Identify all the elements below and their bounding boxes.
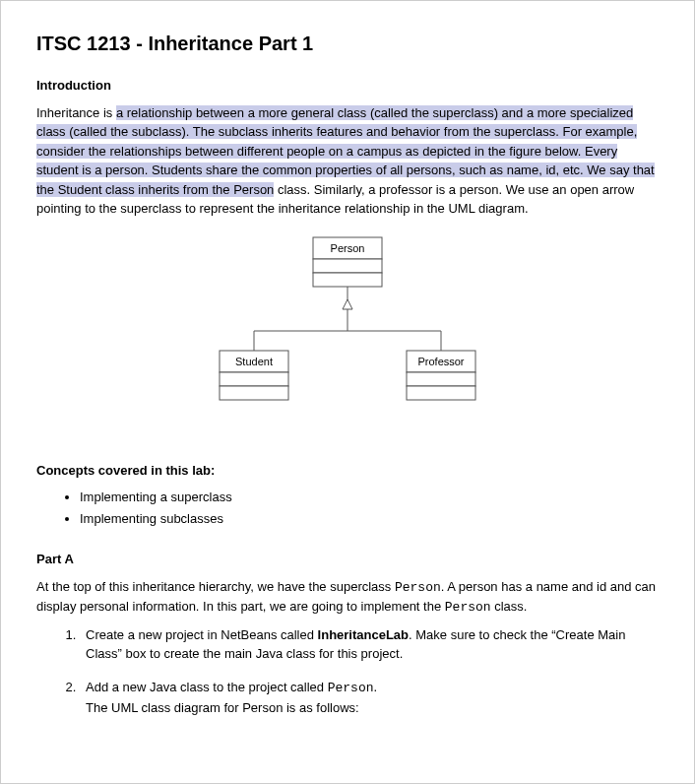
list-item: Create a new project in NetBeans called … <box>80 625 659 664</box>
uml-svg: Person Student Professor <box>190 232 505 439</box>
uml-professor-label: Professor <box>417 356 464 367</box>
svg-rect-10 <box>220 372 288 386</box>
svg-rect-11 <box>220 386 288 400</box>
step-text: Add a new Java class to the project call… <box>86 680 328 694</box>
svg-rect-13 <box>407 372 475 386</box>
svg-rect-14 <box>407 386 475 400</box>
uml-diagram: Person Student Professor <box>36 232 659 439</box>
part-a-paragraph: At the top of this inheritance hierarchy… <box>36 577 659 618</box>
list-item: Add a new Java class to the project call… <box>80 678 659 718</box>
intro-heading: Introduction <box>36 76 659 96</box>
intro-text-before: Inheritance is <box>36 105 116 120</box>
intro-paragraph: Inheritance is a relationship between a … <box>36 103 659 219</box>
step-bold-text: InheritanceLab <box>318 627 409 642</box>
code-text: Person <box>445 600 491 615</box>
part-a-text: At the top of this inheritance hierarchy… <box>36 579 395 594</box>
step-text: . <box>374 680 378 694</box>
step-text: Create a new project in NetBeans called <box>86 627 318 642</box>
svg-marker-4 <box>343 299 352 309</box>
uml-student-label: Student <box>235 356 273 367</box>
svg-rect-1 <box>313 259 382 273</box>
part-a-heading: Part A <box>36 550 659 569</box>
page-title: ITSC 1213 - Inheritance Part 1 <box>36 29 659 58</box>
code-text: Person <box>328 681 374 695</box>
part-a-text: class. <box>491 599 528 614</box>
list-item: Implementing subclasses <box>80 509 659 529</box>
uml-person-label: Person <box>331 242 365 254</box>
code-text: Person <box>395 580 441 595</box>
list-item: Implementing a superclass <box>80 488 659 507</box>
svg-rect-2 <box>313 273 382 287</box>
concepts-list: Implementing a superclass Implementing s… <box>80 488 659 528</box>
step-subtext: The UML class diagram for Person is as f… <box>86 698 659 718</box>
concepts-heading: Concepts covered in this lab: <box>36 461 659 481</box>
steps-list: Create a new project in NetBeans called … <box>80 625 659 718</box>
